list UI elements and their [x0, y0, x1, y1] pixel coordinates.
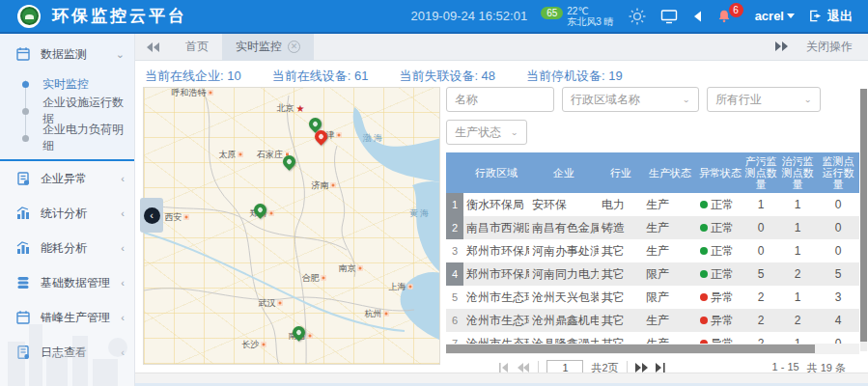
sidebar-group-能耗分析[interactable]: 能耗分析‹ — [0, 231, 134, 265]
last-page-button[interactable] — [656, 363, 667, 372]
map-panel-collapse-button[interactable]: ‹ — [140, 198, 163, 233]
footer-strip — [135, 372, 868, 386]
table-row[interactable]: 6沧州市生态环保局沧州鼎鑫机电设备其它生产异常224 — [446, 309, 859, 332]
monitor-icon[interactable] — [660, 9, 678, 24]
aqi-badge: 65 — [541, 7, 563, 19]
status-dot-icon — [700, 247, 708, 255]
bullet-icon — [22, 108, 29, 115]
database-icon — [15, 275, 31, 290]
column-header-监测点运行数量: 监测点运行数量 — [817, 152, 859, 193]
city-marker-icon — [408, 285, 413, 290]
bullet-icon — [22, 81, 29, 88]
city-marker-icon — [358, 266, 363, 271]
sidebar-item-企业电力负荷明细[interactable]: 企业电力负荷明细 — [0, 124, 134, 152]
column-header-产污监测点数量: 产污监测点数量 — [743, 152, 778, 193]
log-icon — [15, 345, 31, 360]
sun-icon — [628, 7, 647, 26]
close-operations-menu[interactable]: 关闭操作 — [806, 39, 853, 55]
industry-select[interactable]: 所有行业 ⌄ — [707, 87, 821, 112]
stat-当前停机设备: 当前停机设备: 19 — [526, 68, 623, 85]
city-marker-icon — [337, 133, 342, 138]
temperature: 22℃ — [567, 6, 613, 16]
chevron-left-icon: ‹ — [144, 207, 160, 224]
calendar-icon — [15, 46, 31, 62]
speaker-icon[interactable] — [691, 10, 703, 23]
table-row[interactable]: 3郑州市环保局河南办事处演示其它生产正常010 — [446, 239, 859, 262]
chevron-left-icon: ‹ — [121, 207, 125, 219]
user-menu[interactable]: acrel — [755, 9, 795, 23]
name-search-input[interactable] — [446, 87, 554, 112]
table-horizontal-scrollbar[interactable] — [446, 344, 859, 354]
column-header-row-number — [446, 152, 463, 193]
alarm-count-badge[interactable]: 6 — [729, 3, 743, 17]
stat-当前在线企业: 当前在线企业: 10 — [145, 68, 241, 85]
sidebar-item-实时监控[interactable]: 实时监控 — [0, 70, 134, 97]
tab-首页[interactable]: 首页 — [172, 34, 222, 61]
app-logo-icon — [17, 5, 41, 28]
logout-button[interactable]: 退出 — [808, 8, 853, 25]
datetime: 2019-09-24 16:52:01 — [410, 9, 527, 23]
alarm-bell-icon[interactable]: 6 — [716, 9, 732, 24]
bar-chart-icon — [15, 240, 31, 256]
city-label-济南: 济南 — [312, 179, 336, 192]
stat-当前在线设备: 当前在线设备: 61 — [272, 68, 369, 85]
chevron-down-icon: ⌄ — [511, 128, 518, 137]
table-row[interactable]: 4郑州市环保局河南同力电力设备其它限产正常525 — [446, 262, 859, 286]
city-marker-icon — [322, 276, 326, 281]
sidebar-group-企业异常[interactable]: 企业异常‹ — [0, 161, 134, 196]
city-label-上海: 上海 — [389, 281, 413, 293]
chevron-left-icon: ‹ — [121, 312, 125, 323]
city-label-长沙: 长沙 — [242, 339, 266, 351]
table-row[interactable]: 7沧州市生态环保局沧县隆鑫强力加工其它生产异常210 — [446, 332, 859, 344]
prev-page-button[interactable] — [518, 363, 530, 372]
table-row[interactable]: 2南昌市西湖区环保南昌有色金属有限铸造生产正常010 — [446, 216, 859, 239]
region-select[interactable]: 行政区域名称 ⌄ — [562, 87, 699, 112]
calendar-icon — [15, 310, 31, 325]
production-status-select[interactable]: 生产状态 ⌄ — [446, 120, 527, 145]
panel-vertical-scrollbar[interactable] — [860, 89, 867, 351]
sidebar-group-错峰生产管理[interactable]: 错峰生产管理‹ — [0, 300, 134, 335]
username: acrel — [755, 9, 784, 23]
sidebar-group-统计分析[interactable]: 统计分析‹ — [0, 196, 134, 231]
app-window: 环保监控云平台 2019-09-24 16:52:01 65 22℃ 东北风3 … — [0, 0, 868, 386]
table-header: 行政区域企业行业生产状态异常状态产污监测点数量治污监测点数量监测点运行数量 — [446, 152, 859, 193]
chevron-down-icon: ⌄ — [804, 96, 812, 104]
capital-star-icon: ★ — [296, 104, 305, 112]
first-page-button[interactable] — [498, 363, 510, 372]
table-row[interactable]: 1衡水环保局安环保电力生产正常110 — [446, 193, 859, 216]
status-dot-icon — [700, 224, 708, 232]
city-marker-icon — [278, 301, 283, 306]
sea-label-黄海: 黄海 — [409, 207, 431, 220]
china-map[interactable]: 呼和浩特北京★天津渤海太原石家庄济南西安郑州黄海南京合肥上海武汉杭州长沙南昌 — [143, 87, 440, 365]
bar-chart-icon — [15, 206, 31, 221]
sidebar-group-基础数据管理[interactable]: 基础数据管理‹ — [0, 265, 134, 300]
chevron-down-icon — [787, 14, 795, 18]
column-header-行业: 行业 — [599, 152, 643, 193]
tabs-scroll-right-icon[interactable] — [775, 41, 789, 54]
main-content: 当前在线企业: 10当前在线设备: 61当前失联设备: 48当前停机设备: 19… — [135, 61, 868, 386]
table-row[interactable]: 5沧州市生态环保局沧州天兴包装制品其它限产异常213 — [446, 286, 859, 309]
tabs-scroll-left-icon[interactable] — [135, 42, 172, 52]
app-title: 环保监控云平台 — [52, 5, 187, 27]
sidebar-group-日志查看[interactable]: 日志查看‹ — [0, 335, 134, 370]
sidebar-item-企业设施运行数据[interactable]: 企业设施运行数据 — [0, 97, 134, 124]
city-marker-icon — [184, 215, 189, 220]
city-label-杭州: 杭州 — [365, 308, 389, 320]
sidebar: 数据监测⌄实时监控企业设施运行数据企业电力负荷明细企业异常‹统计分析‹能耗分析‹… — [0, 34, 135, 386]
tab-实时监控[interactable]: 实时监控✕ — [222, 34, 314, 61]
city-label-西安: 西安 — [165, 211, 189, 224]
sea-label-渤海: 渤海 — [363, 132, 384, 145]
city-label-呼和浩特: 呼和浩特 — [172, 87, 213, 99]
column-header-治污监测点数量: 治污监测点数量 — [778, 152, 817, 193]
clipboard-icon — [15, 171, 31, 186]
chevron-left-icon: ‹ — [121, 346, 125, 358]
wind-weather: 东北风3 晴 — [567, 16, 613, 27]
city-label-南京: 南京 — [339, 262, 363, 275]
chevron-down-icon: ⌄ — [683, 96, 690, 104]
close-icon[interactable]: ✕ — [288, 41, 300, 53]
next-page-button[interactable] — [635, 363, 648, 372]
city-marker-icon — [262, 343, 266, 347]
top-header: 环保监控云平台 2019-09-24 16:52:01 65 22℃ 东北风3 … — [0, 0, 868, 34]
sidebar-group-数据监测[interactable]: 数据监测⌄ — [0, 38, 134, 70]
enterprise-table: 行政区域企业行业生产状态异常状态产污监测点数量治污监测点数量监测点运行数量 1衡… — [446, 152, 859, 344]
